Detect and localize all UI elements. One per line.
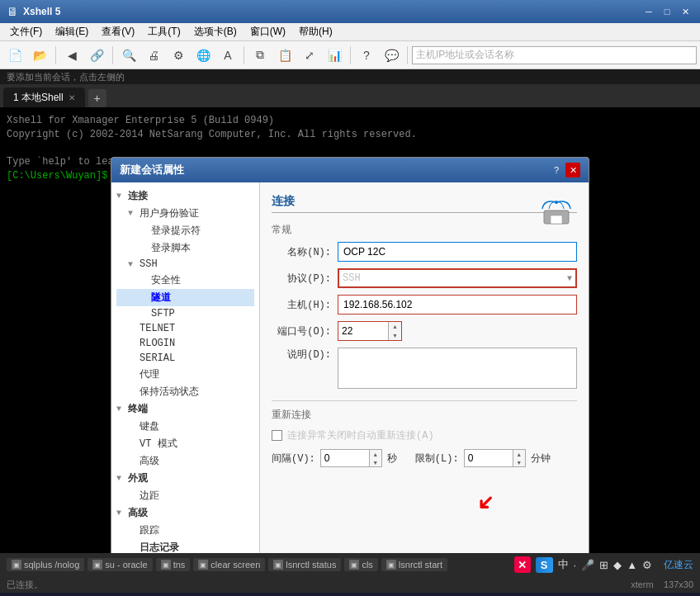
hint-text: 要添加当前会话，点击左侧的 (7, 71, 125, 83)
tree-expander (128, 543, 138, 552)
copy-button[interactable]: ⧉ (248, 44, 272, 67)
interval-input[interactable] (320, 449, 370, 467)
tab-close-button[interactable]: ✕ (69, 93, 75, 102)
tree-item-trace[interactable]: 跟踪 (116, 522, 254, 539)
address-bar[interactable]: 主机IP地址或会话名称 (412, 46, 697, 64)
hint-bar: 要添加当前会话，点击左侧的 (0, 69, 700, 84)
tree-item-keepalive[interactable]: 保持活动状态 (116, 383, 254, 400)
tree-item-appearance[interactable]: ▼ 外观 (116, 470, 254, 487)
sougou-icon-diamond[interactable]: ◆ (613, 559, 622, 571)
name-input[interactable] (338, 242, 577, 262)
sougou-icon-dot[interactable]: · (574, 559, 577, 571)
search-button[interactable]: 🔍 (117, 44, 140, 67)
modal-help-button[interactable]: ? (549, 163, 564, 177)
tree-item-auth[interactable]: ▼ 用户身份验证 (116, 205, 254, 222)
connect-button[interactable]: 🔗 (85, 44, 108, 67)
desc-input[interactable] (338, 348, 577, 389)
port-label: 端口号(O): (272, 324, 331, 338)
modal-title-bar: 新建会话属性 ? ✕ (111, 158, 589, 182)
reconnect-checkbox[interactable] (272, 430, 282, 441)
sougou-icon-mic[interactable]: 🎤 (581, 559, 594, 571)
maximize-button[interactable]: □ (659, 4, 675, 19)
globe-button[interactable]: 🌐 (192, 44, 215, 67)
host-input[interactable] (338, 295, 577, 315)
tree-item-serial[interactable]: SERIAL (116, 351, 254, 366)
tree-item-keyboard[interactable]: 键盘 (116, 418, 254, 435)
menu-view[interactable]: 查看(V) (95, 23, 141, 40)
question-button[interactable]: ? (355, 44, 378, 67)
status-chip-lsnrctl-start[interactable]: ▣ lsnrctl start (381, 558, 447, 571)
status-chip-tns[interactable]: ▣ tns (156, 558, 191, 571)
limit-down-button[interactable]: ▼ (513, 458, 525, 466)
status-chip-cls[interactable]: ▣ cls (344, 558, 377, 571)
tree-item-prompt[interactable]: 登录提示符 (116, 222, 254, 239)
menu-edit[interactable]: 编辑(E) (49, 23, 95, 40)
limit-up-button[interactable]: ▲ (513, 450, 525, 458)
sougou-icon-arrow[interactable]: ▲ (627, 559, 637, 571)
log-button[interactable]: 📊 (323, 44, 346, 67)
sougou-icon-zh[interactable]: 中 (558, 557, 569, 572)
limit-input[interactable] (464, 449, 513, 467)
desc-row: 说明(D): (272, 348, 577, 389)
menu-bar: 文件(F) 编辑(E) 查看(V) 工具(T) 选项卡(B) 窗口(W) 帮助(… (0, 23, 700, 41)
close-button[interactable]: ✕ (677, 4, 693, 19)
minimize-button[interactable]: ─ (641, 4, 657, 19)
tree-item-connection[interactable]: ▼ 连接 (116, 187, 254, 205)
tree-item-logging[interactable]: 日志记录 (116, 539, 254, 553)
tab-add-button[interactable]: + (88, 89, 106, 107)
tree-item-sftp[interactable]: SFTP (116, 306, 254, 321)
print-button[interactable]: 🖨 (142, 44, 165, 67)
font-button[interactable]: A (216, 44, 239, 67)
session-properties-modal: 新建会话属性 ? ✕ ▼ 连接 ▼ 用户身份验证 (111, 157, 589, 553)
tree-item-tunnel[interactable]: 隧道 (116, 289, 254, 306)
sougou-icon-grid[interactable]: ⊞ (599, 559, 608, 571)
tree-item-advanced[interactable]: ▼ 高级 (116, 504, 254, 522)
interval-down-button[interactable]: ▼ (370, 458, 381, 466)
status-chip-sqlplus[interactable]: ▣ sqlplus /nolog (7, 558, 84, 571)
port-row: 端口号(O): ▲ ▼ (272, 321, 577, 341)
terminal[interactable]: Xshell for Xmanager Enterprise 5 (Build … (0, 107, 700, 553)
tree-item-vt[interactable]: VT 模式 (116, 435, 254, 452)
new-session-button[interactable]: 📄 (3, 44, 26, 67)
tab-local-shell[interactable]: 1 本地Shell ✕ (3, 88, 85, 107)
tree-item-margin[interactable]: 边距 (116, 487, 254, 504)
tree-expander (140, 276, 149, 285)
menu-file[interactable]: 文件(F) (3, 23, 49, 40)
menu-help[interactable]: 帮助(H) (292, 23, 339, 40)
chat-button[interactable]: 💬 (380, 44, 403, 67)
port-input[interactable] (338, 322, 388, 340)
status-chip-lsnrctl[interactable]: ▣ lsnrctl status (268, 558, 341, 571)
tree-item-script[interactable]: 登录脚本 (116, 239, 254, 257)
menu-tools[interactable]: 工具(T) (141, 23, 187, 40)
sougou-icon-gear[interactable]: ⚙ (642, 559, 652, 571)
menu-window[interactable]: 窗口(W) (244, 23, 292, 40)
protocol-select[interactable]: SSH ▼ (338, 268, 577, 288)
tree-item-rlogin[interactable]: RLOGIN (116, 336, 254, 351)
tree-item-advanced-terminal[interactable]: 高级 (116, 452, 254, 470)
tree-item-security[interactable]: 安全性 (116, 272, 254, 289)
tree-item-terminal[interactable]: ▼ 终端 (116, 400, 254, 418)
modal-close-button[interactable]: ✕ (565, 163, 580, 177)
tree-label: 安全性 (151, 273, 181, 287)
tree-item-ssh[interactable]: ▼ SSH (116, 257, 254, 272)
settings-button[interactable]: ⚙ (167, 44, 190, 67)
expand-button[interactable]: ⤢ (298, 44, 321, 67)
toolbar: 📄 📂 ◀ 🔗 🔍 🖨 ⚙ 🌐 A ⧉ 📋 ⤢ 📊 ? 💬 主机IP地址或会话名… (0, 41, 700, 69)
open-button[interactable]: 📂 (28, 44, 51, 67)
tree-item-telnet[interactable]: TELNET (116, 321, 254, 336)
tree-label: TELNET (140, 323, 175, 334)
port-down-button[interactable]: ▼ (389, 331, 401, 340)
subsection-title: 常规 (272, 223, 577, 237)
sougou-close-button[interactable]: ✕ (514, 556, 531, 573)
tree-expander (128, 456, 138, 466)
interval-up-button[interactable]: ▲ (370, 450, 381, 458)
terminal-info: xterm 137x30 (631, 579, 693, 589)
paste-button[interactable]: 📋 (273, 44, 296, 67)
port-up-button[interactable]: ▲ (389, 322, 401, 331)
tree-item-proxy[interactable]: 代理 (116, 366, 254, 383)
menu-tabs[interactable]: 选项卡(B) (187, 23, 244, 40)
back-button[interactable]: ◀ (60, 44, 83, 67)
status-chip-clear[interactable]: ▣ clear screen (193, 558, 265, 571)
status-chip-oracle[interactable]: ▣ su - oracle (88, 558, 152, 571)
tree-expander (128, 439, 138, 448)
